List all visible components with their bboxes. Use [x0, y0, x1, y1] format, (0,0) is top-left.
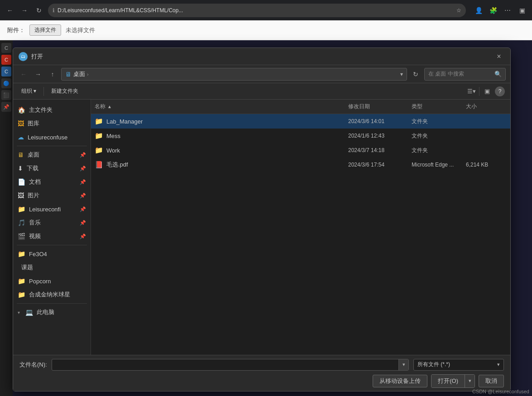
panel-item-download[interactable]: ⬇ 下载 📌 — [13, 162, 91, 175]
panel-item-gold[interactable]: 📁 合成金纳米球星 — [13, 288, 91, 301]
col-type-header[interactable]: 类型 — [412, 103, 466, 110]
filename-input-wrapper[interactable]: ▾ — [52, 359, 409, 371]
panel-item-computer[interactable]: ▾ 💻 此电脑 — [13, 305, 91, 319]
pin-icon-7: 📌 — [80, 234, 86, 239]
pin-icon-4: 📌 — [80, 193, 86, 199]
breadcrumb-dropdown-icon[interactable]: ▾ — [400, 71, 403, 77]
file-row-mess[interactable]: 📁 Mess 2024/1/6 12:43 文件夹 — [91, 129, 510, 143]
file-type-mess: 文件夹 — [412, 132, 466, 140]
col-size-header[interactable]: 大小 — [466, 103, 507, 110]
breadcrumb-bar[interactable]: 🖥 桌面 › ▾ — [61, 68, 407, 81]
leisureconfi-icon: 📁 — [18, 205, 25, 213]
panel-item-popcorn[interactable]: 📁 Popcorn — [13, 274, 91, 288]
panel-item-desktop[interactable]: 🖥 桌面 📌 — [13, 148, 91, 162]
desktop-icon: 🖥 — [18, 151, 24, 158]
view-pane-button[interactable]: ▣ — [481, 86, 493, 97]
file-name-lab: Lab_Manager — [106, 118, 348, 125]
image-icon: 🖼 — [18, 192, 24, 199]
profile-icon[interactable]: 👤 — [472, 4, 485, 17]
panel-item-keti-label: 课题 — [21, 263, 86, 272]
reload-button[interactable]: ↻ — [33, 4, 45, 17]
file-type-lab: 文件夹 — [412, 118, 466, 125]
dialog-navbar: ← → ↑ 🖥 桌面 › ▾ ↻ 在 桌面 中搜索 🔍 — [13, 65, 510, 83]
panel-item-music-label: 音乐 — [29, 219, 76, 227]
panel-item-gallery-label: 图库 — [28, 119, 86, 128]
nav-forward-button[interactable]: → — [32, 68, 44, 80]
organize-menu[interactable]: 组织 ▾ — [19, 86, 39, 96]
ext-icon-5[interactable]: ⬛ — [1, 90, 11, 100]
address-bar[interactable]: ℹ D:/Leisureconfused/Learn/HTML&CSS/HTML… — [48, 4, 466, 17]
search-placeholder-text: 在 桌面 中搜索 — [428, 70, 492, 78]
panel-item-music[interactable]: 🎵 音乐 📌 — [13, 216, 91, 229]
view-list-button[interactable]: ☰▾ — [465, 86, 477, 97]
info-icon: ℹ — [53, 7, 55, 14]
panel-item-docs-label: 文档 — [29, 178, 76, 186]
panel-item-cloud-label: Leisureconfuse — [28, 134, 86, 141]
dialog-body: 🏠 主文件夹 🖼 图库 ☁ Leisureconfuse 🖥 桌面 📌 ⬇ 下载… — [13, 100, 510, 355]
filename-input[interactable] — [52, 361, 398, 368]
nav-up-button[interactable]: ↑ — [47, 68, 58, 80]
open-button-group: 打开(O) ▾ — [431, 374, 475, 388]
panel-item-gallery[interactable]: 🖼 图库 — [13, 117, 91, 130]
settings-icon[interactable]: ⋯ — [501, 4, 514, 17]
nav-back-button[interactable]: ← — [18, 68, 29, 80]
panel-item-fe3o4[interactable]: 📁 Fe3O4 — [13, 247, 91, 261]
dialog-close-button[interactable]: × — [493, 51, 505, 62]
file-row-pdf[interactable]: 📕 毛选.pdf 2024/3/6 17:54 Microsoft Edge .… — [91, 157, 510, 172]
file-area: 名称 ▲ 修改日期 类型 大小 📁 Lab_Manager 2024/3/6 1… — [91, 100, 510, 355]
col-name-header[interactable]: 名称 ▲ — [95, 103, 348, 110]
download-icon: ⬇ — [18, 165, 23, 172]
help-button[interactable]: ? — [495, 86, 505, 96]
breadcrumb-folder-icon: 🖥 — [65, 71, 72, 78]
ext-icon-2[interactable]: C — [1, 55, 11, 65]
bookmark-icon[interactable]: ☆ — [456, 7, 461, 14]
filetype-select[interactable]: 所有文件 (*.*) ▾ — [413, 359, 504, 371]
filename-dropdown-button[interactable]: ▾ — [398, 359, 408, 370]
upload-from-device-button[interactable]: 从移动设备上传 — [373, 375, 427, 387]
file-date-lab: 2024/3/6 14:01 — [348, 118, 412, 124]
cancel-button[interactable]: 取消 — [479, 375, 504, 387]
attachment-label: 附件： — [7, 26, 25, 34]
computer-icon: 💻 — [25, 309, 33, 316]
file-size-pdf: 6,214 KB — [466, 162, 507, 168]
filetype-text: 所有文件 (*.*) — [417, 361, 450, 368]
forward-button[interactable]: → — [18, 4, 31, 17]
dialog-titlebar: 🗂 打开 × — [13, 48, 510, 65]
toolbar-separator-2 — [479, 87, 479, 96]
ext-icon-1[interactable]: C — [1, 43, 11, 53]
file-date-mess: 2024/1/6 12:43 — [348, 133, 412, 139]
extensions-icon[interactable]: 🧩 — [487, 4, 499, 17]
panel-item-docs[interactable]: 📄 文档 📌 — [13, 175, 91, 189]
file-name-work: Work — [106, 147, 348, 154]
sidebar-toggle[interactable]: ▣ — [516, 4, 528, 17]
file-row-lab-manager[interactable]: 📁 Lab_Manager 2024/3/6 14:01 文件夹 — [91, 114, 510, 129]
ext-icon-3[interactable]: C — [1, 67, 11, 76]
panel-item-video[interactable]: 🎬 视频 📌 — [13, 229, 91, 243]
ext-icon-4[interactable]: 🔵 — [1, 78, 11, 88]
gallery-icon: 🖼 — [18, 120, 24, 127]
pdf-icon: 📕 — [95, 161, 104, 169]
doc-icon: 📄 — [18, 178, 25, 186]
search-icon[interactable]: 🔍 — [494, 71, 502, 77]
col-name-label: 名称 — [95, 103, 105, 110]
panel-item-keti[interactable]: 课题 — [13, 261, 91, 274]
panel-item-home[interactable]: 🏠 主文件夹 — [13, 103, 91, 117]
panel-item-images[interactable]: 🖼 图片 📌 — [13, 189, 91, 202]
search-box[interactable]: 在 桌面 中搜索 🔍 — [424, 68, 506, 81]
nav-refresh-button[interactable]: ↻ — [410, 68, 422, 80]
file-date-work: 2024/3/7 14:18 — [348, 147, 412, 153]
back-button[interactable]: ← — [4, 4, 16, 17]
ext-icon-6[interactable]: 📌 — [1, 102, 11, 112]
pin-icon-3: 📌 — [80, 179, 86, 185]
panel-item-cloud[interactable]: ☁ Leisureconfuse — [13, 130, 91, 144]
file-row-work[interactable]: 📁 Work 2024/3/7 14:18 文件夹 — [91, 143, 510, 157]
open-button-arrow[interactable]: ▾ — [465, 375, 474, 387]
browser-nav-icons: ← → ↻ — [4, 4, 45, 17]
panel-item-leisureconfi[interactable]: 📁 Leisureconfi 📌 — [13, 202, 91, 216]
open-button[interactable]: 打开(O) — [431, 375, 465, 387]
new-folder-button[interactable]: 新建文件夹 — [48, 86, 81, 96]
choose-file-button[interactable]: 选择文件 — [29, 24, 61, 36]
pin-icon: 📌 — [80, 152, 86, 158]
col-date-header[interactable]: 修改日期 — [348, 103, 412, 110]
home-icon: 🏠 — [18, 106, 25, 114]
